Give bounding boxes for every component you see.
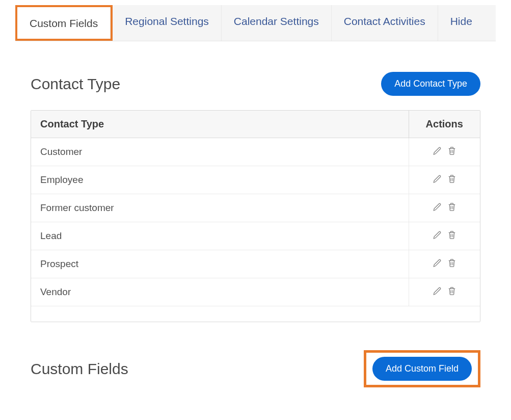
tab-hide[interactable]: Hide bbox=[438, 5, 485, 41]
column-header-actions: Actions bbox=[409, 111, 480, 138]
table-header-row: Contact Type Actions bbox=[31, 111, 480, 138]
tab-regional-settings[interactable]: Regional Settings bbox=[113, 5, 222, 41]
edit-icon[interactable] bbox=[432, 257, 443, 269]
tab-label: Calendar Settings bbox=[234, 15, 319, 27]
contact-type-header: Contact Type Add Contact Type bbox=[31, 72, 480, 96]
contact-type-table: Contact Type Actions Customer Employee bbox=[31, 111, 480, 306]
contact-type-table-wrapper: Contact Type Actions Customer Employee bbox=[31, 110, 480, 322]
settings-tabstrip: Custom Fields Regional Settings Calendar… bbox=[15, 5, 496, 41]
add-custom-field-button[interactable]: Add Custom Field bbox=[372, 357, 472, 381]
delete-icon[interactable] bbox=[446, 173, 458, 185]
delete-icon[interactable] bbox=[446, 229, 458, 241]
contact-type-name: Customer bbox=[31, 138, 409, 166]
row-actions bbox=[409, 222, 480, 250]
tab-label: Regional Settings bbox=[125, 15, 209, 27]
table-row: Vendor bbox=[31, 278, 480, 306]
contact-type-name: Lead bbox=[31, 222, 409, 250]
delete-icon[interactable] bbox=[446, 201, 458, 213]
add-contact-type-button[interactable]: Add Contact Type bbox=[381, 72, 480, 96]
settings-page: Custom Fields Regional Settings Calendar… bbox=[0, 0, 511, 420]
delete-icon[interactable] bbox=[446, 285, 458, 297]
edit-icon[interactable] bbox=[432, 173, 443, 185]
table-row: Lead bbox=[31, 222, 480, 250]
custom-fields-section: Custom Fields Add Custom Field bbox=[31, 350, 480, 387]
table-row: Prospect bbox=[31, 250, 480, 278]
column-header-type: Contact Type bbox=[31, 111, 409, 138]
table-footer-space bbox=[31, 306, 480, 322]
row-actions bbox=[409, 194, 480, 222]
row-actions bbox=[409, 250, 480, 278]
custom-fields-card: Contact Type Add Contact Type Contact Ty… bbox=[15, 57, 496, 387]
contact-type-name: Prospect bbox=[31, 250, 409, 278]
highlight-tab-custom-fields: Custom Fields bbox=[15, 5, 113, 41]
contact-type-heading: Contact Type bbox=[31, 75, 120, 93]
contact-type-name: Vendor bbox=[31, 278, 409, 306]
edit-icon[interactable] bbox=[432, 285, 443, 297]
tab-label: Hide bbox=[450, 15, 472, 27]
delete-icon[interactable] bbox=[446, 257, 458, 269]
contact-type-name: Former customer bbox=[31, 194, 409, 222]
tab-contact-activities[interactable]: Contact Activities bbox=[332, 5, 438, 41]
edit-icon[interactable] bbox=[432, 145, 443, 156]
tab-custom-fields[interactable]: Custom Fields bbox=[17, 7, 111, 39]
highlight-add-custom-field: Add Custom Field bbox=[364, 350, 480, 387]
row-actions bbox=[409, 138, 480, 166]
tab-calendar-settings[interactable]: Calendar Settings bbox=[222, 5, 332, 41]
row-actions bbox=[409, 278, 480, 306]
custom-fields-heading: Custom Fields bbox=[31, 360, 128, 378]
table-row: Employee bbox=[31, 166, 480, 194]
contact-type-name: Employee bbox=[31, 166, 409, 194]
table-row: Customer bbox=[31, 138, 480, 166]
row-actions bbox=[409, 166, 480, 194]
tab-label: Contact Activities bbox=[344, 15, 425, 27]
tab-label: Custom Fields bbox=[30, 17, 98, 29]
delete-icon[interactable] bbox=[446, 145, 458, 156]
edit-icon[interactable] bbox=[432, 229, 443, 241]
table-row: Former customer bbox=[31, 194, 480, 222]
edit-icon[interactable] bbox=[432, 201, 443, 213]
